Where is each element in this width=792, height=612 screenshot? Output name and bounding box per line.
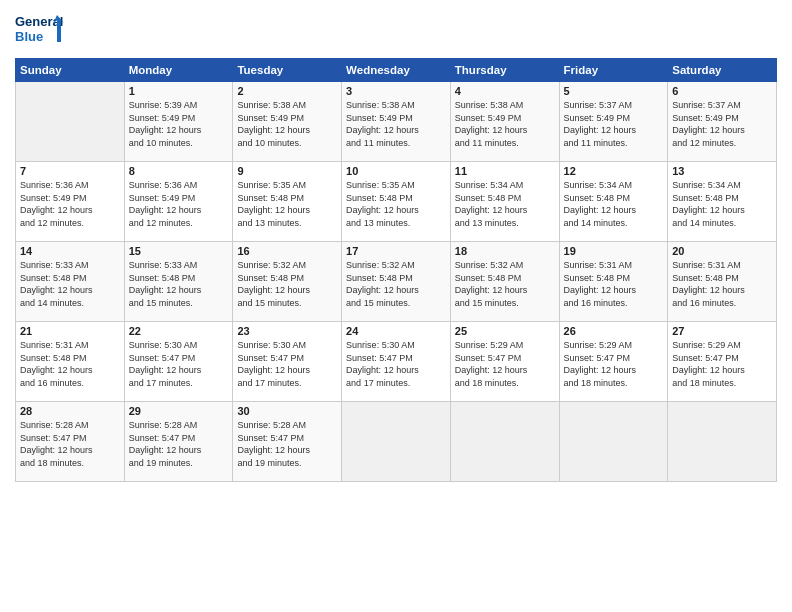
day-info: Sunrise: 5:38 AM Sunset: 5:49 PM Dayligh… (346, 99, 446, 149)
day-info: Sunrise: 5:30 AM Sunset: 5:47 PM Dayligh… (237, 339, 337, 389)
calendar-week-row: 1Sunrise: 5:39 AM Sunset: 5:49 PM Daylig… (16, 82, 777, 162)
day-info: Sunrise: 5:30 AM Sunset: 5:47 PM Dayligh… (346, 339, 446, 389)
day-number: 30 (237, 405, 337, 417)
weekday-header: Thursday (450, 59, 559, 82)
weekday-header: Wednesday (342, 59, 451, 82)
day-number: 15 (129, 245, 229, 257)
day-info: Sunrise: 5:36 AM Sunset: 5:49 PM Dayligh… (20, 179, 120, 229)
day-number: 8 (129, 165, 229, 177)
calendar-week-row: 28Sunrise: 5:28 AM Sunset: 5:47 PM Dayli… (16, 402, 777, 482)
day-info: Sunrise: 5:29 AM Sunset: 5:47 PM Dayligh… (672, 339, 772, 389)
calendar-cell: 17Sunrise: 5:32 AM Sunset: 5:48 PM Dayli… (342, 242, 451, 322)
day-number: 1 (129, 85, 229, 97)
day-number: 5 (564, 85, 664, 97)
day-number: 4 (455, 85, 555, 97)
day-number: 25 (455, 325, 555, 337)
logo-svg: GeneralBlue (15, 10, 65, 50)
day-number: 2 (237, 85, 337, 97)
day-number: 24 (346, 325, 446, 337)
calendar-cell: 19Sunrise: 5:31 AM Sunset: 5:48 PM Dayli… (559, 242, 668, 322)
day-number: 28 (20, 405, 120, 417)
page-header: GeneralBlue (15, 10, 777, 50)
weekday-header: Tuesday (233, 59, 342, 82)
day-number: 20 (672, 245, 772, 257)
day-number: 19 (564, 245, 664, 257)
day-number: 7 (20, 165, 120, 177)
day-number: 11 (455, 165, 555, 177)
calendar-cell: 11Sunrise: 5:34 AM Sunset: 5:48 PM Dayli… (450, 162, 559, 242)
day-number: 12 (564, 165, 664, 177)
day-info: Sunrise: 5:28 AM Sunset: 5:47 PM Dayligh… (20, 419, 120, 469)
calendar-cell: 28Sunrise: 5:28 AM Sunset: 5:47 PM Dayli… (16, 402, 125, 482)
day-number: 27 (672, 325, 772, 337)
calendar-cell: 4Sunrise: 5:38 AM Sunset: 5:49 PM Daylig… (450, 82, 559, 162)
calendar-cell: 26Sunrise: 5:29 AM Sunset: 5:47 PM Dayli… (559, 322, 668, 402)
calendar-cell: 13Sunrise: 5:34 AM Sunset: 5:48 PM Dayli… (668, 162, 777, 242)
day-info: Sunrise: 5:30 AM Sunset: 5:47 PM Dayligh… (129, 339, 229, 389)
calendar-cell: 5Sunrise: 5:37 AM Sunset: 5:49 PM Daylig… (559, 82, 668, 162)
day-number: 17 (346, 245, 446, 257)
logo: GeneralBlue (15, 10, 65, 50)
calendar-table: SundayMondayTuesdayWednesdayThursdayFrid… (15, 58, 777, 482)
day-number: 23 (237, 325, 337, 337)
svg-text:General: General (15, 14, 63, 29)
weekday-header: Saturday (668, 59, 777, 82)
calendar-cell: 29Sunrise: 5:28 AM Sunset: 5:47 PM Dayli… (124, 402, 233, 482)
day-info: Sunrise: 5:28 AM Sunset: 5:47 PM Dayligh… (237, 419, 337, 469)
day-number: 22 (129, 325, 229, 337)
day-info: Sunrise: 5:34 AM Sunset: 5:48 PM Dayligh… (564, 179, 664, 229)
calendar-cell: 8Sunrise: 5:36 AM Sunset: 5:49 PM Daylig… (124, 162, 233, 242)
calendar-cell: 18Sunrise: 5:32 AM Sunset: 5:48 PM Dayli… (450, 242, 559, 322)
calendar-cell: 20Sunrise: 5:31 AM Sunset: 5:48 PM Dayli… (668, 242, 777, 322)
day-number: 26 (564, 325, 664, 337)
day-info: Sunrise: 5:32 AM Sunset: 5:48 PM Dayligh… (346, 259, 446, 309)
day-number: 9 (237, 165, 337, 177)
day-info: Sunrise: 5:33 AM Sunset: 5:48 PM Dayligh… (20, 259, 120, 309)
calendar-cell: 30Sunrise: 5:28 AM Sunset: 5:47 PM Dayli… (233, 402, 342, 482)
calendar-cell (16, 82, 125, 162)
calendar-cell: 12Sunrise: 5:34 AM Sunset: 5:48 PM Dayli… (559, 162, 668, 242)
day-number: 13 (672, 165, 772, 177)
calendar-cell: 16Sunrise: 5:32 AM Sunset: 5:48 PM Dayli… (233, 242, 342, 322)
day-info: Sunrise: 5:38 AM Sunset: 5:49 PM Dayligh… (455, 99, 555, 149)
day-info: Sunrise: 5:34 AM Sunset: 5:48 PM Dayligh… (455, 179, 555, 229)
calendar-week-row: 7Sunrise: 5:36 AM Sunset: 5:49 PM Daylig… (16, 162, 777, 242)
calendar-cell (450, 402, 559, 482)
day-info: Sunrise: 5:32 AM Sunset: 5:48 PM Dayligh… (237, 259, 337, 309)
day-info: Sunrise: 5:38 AM Sunset: 5:49 PM Dayligh… (237, 99, 337, 149)
day-info: Sunrise: 5:36 AM Sunset: 5:49 PM Dayligh… (129, 179, 229, 229)
day-info: Sunrise: 5:29 AM Sunset: 5:47 PM Dayligh… (564, 339, 664, 389)
weekday-header-row: SundayMondayTuesdayWednesdayThursdayFrid… (16, 59, 777, 82)
calendar-cell: 1Sunrise: 5:39 AM Sunset: 5:49 PM Daylig… (124, 82, 233, 162)
day-info: Sunrise: 5:39 AM Sunset: 5:49 PM Dayligh… (129, 99, 229, 149)
day-number: 3 (346, 85, 446, 97)
calendar-cell: 24Sunrise: 5:30 AM Sunset: 5:47 PM Dayli… (342, 322, 451, 402)
day-info: Sunrise: 5:37 AM Sunset: 5:49 PM Dayligh… (564, 99, 664, 149)
calendar-cell: 25Sunrise: 5:29 AM Sunset: 5:47 PM Dayli… (450, 322, 559, 402)
day-info: Sunrise: 5:31 AM Sunset: 5:48 PM Dayligh… (672, 259, 772, 309)
calendar-cell: 6Sunrise: 5:37 AM Sunset: 5:49 PM Daylig… (668, 82, 777, 162)
day-number: 6 (672, 85, 772, 97)
day-info: Sunrise: 5:31 AM Sunset: 5:48 PM Dayligh… (20, 339, 120, 389)
calendar-cell: 7Sunrise: 5:36 AM Sunset: 5:49 PM Daylig… (16, 162, 125, 242)
day-info: Sunrise: 5:33 AM Sunset: 5:48 PM Dayligh… (129, 259, 229, 309)
calendar-week-row: 14Sunrise: 5:33 AM Sunset: 5:48 PM Dayli… (16, 242, 777, 322)
calendar-cell: 10Sunrise: 5:35 AM Sunset: 5:48 PM Dayli… (342, 162, 451, 242)
calendar-cell: 15Sunrise: 5:33 AM Sunset: 5:48 PM Dayli… (124, 242, 233, 322)
calendar-cell: 21Sunrise: 5:31 AM Sunset: 5:48 PM Dayli… (16, 322, 125, 402)
day-number: 29 (129, 405, 229, 417)
calendar-cell (668, 402, 777, 482)
calendar-cell: 3Sunrise: 5:38 AM Sunset: 5:49 PM Daylig… (342, 82, 451, 162)
day-number: 21 (20, 325, 120, 337)
calendar-cell: 14Sunrise: 5:33 AM Sunset: 5:48 PM Dayli… (16, 242, 125, 322)
day-info: Sunrise: 5:29 AM Sunset: 5:47 PM Dayligh… (455, 339, 555, 389)
day-info: Sunrise: 5:37 AM Sunset: 5:49 PM Dayligh… (672, 99, 772, 149)
day-info: Sunrise: 5:32 AM Sunset: 5:48 PM Dayligh… (455, 259, 555, 309)
day-number: 18 (455, 245, 555, 257)
calendar-cell: 23Sunrise: 5:30 AM Sunset: 5:47 PM Dayli… (233, 322, 342, 402)
day-info: Sunrise: 5:34 AM Sunset: 5:48 PM Dayligh… (672, 179, 772, 229)
day-info: Sunrise: 5:28 AM Sunset: 5:47 PM Dayligh… (129, 419, 229, 469)
day-info: Sunrise: 5:31 AM Sunset: 5:48 PM Dayligh… (564, 259, 664, 309)
day-number: 14 (20, 245, 120, 257)
calendar-week-row: 21Sunrise: 5:31 AM Sunset: 5:48 PM Dayli… (16, 322, 777, 402)
